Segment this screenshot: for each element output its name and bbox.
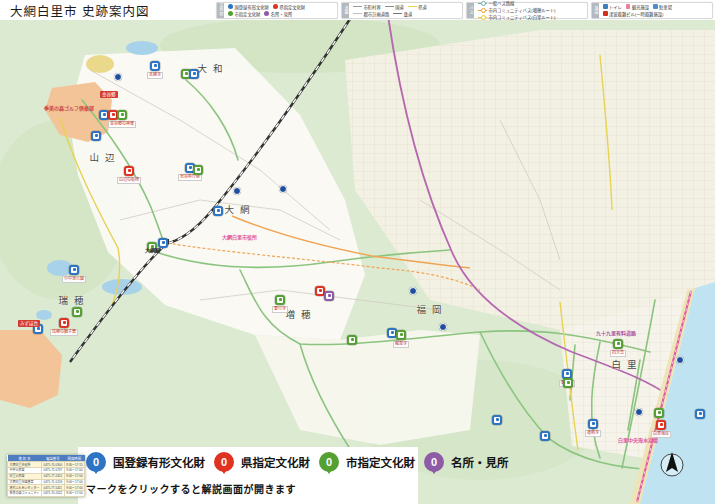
- map-marker[interactable]: [695, 409, 705, 419]
- map-marker[interactable]: [324, 291, 334, 301]
- marker-glyph-icon: [658, 411, 661, 414]
- facility-swatch-icon: [603, 4, 608, 9]
- marker-glyph-icon: [319, 289, 322, 292]
- legend-group-body: 国登録有形文化財県指定文化財市指定文化財名所・見所: [224, 3, 337, 18]
- marker-glyph-icon: [391, 331, 394, 334]
- legend-item-label: 一般バス路線: [489, 0, 515, 6]
- legend-item: 市町村界: [353, 4, 381, 10]
- legend-item-label: 市内コミュニティバス(白里ルート): [489, 14, 556, 20]
- line-swatch-icon: [478, 3, 487, 4]
- marker-glyph-icon: [496, 418, 499, 421]
- legend-group-body: 一般バス路線市内コミュニティバス(増穂ルート)市内コミュニティバス(白里ルート): [474, 3, 587, 18]
- legend-item: 津波避難ビル(一時避難施設): [603, 11, 663, 17]
- map-marker[interactable]: [158, 238, 168, 248]
- map-marker[interactable]: [492, 415, 502, 425]
- map-marker[interactable]: [635, 408, 643, 416]
- map-marker[interactable]: [563, 378, 573, 388]
- marker-glyph-icon: [660, 423, 663, 426]
- map-marker[interactable]: [275, 295, 285, 305]
- marker-glyph-icon: [121, 113, 124, 116]
- legend-item-label: トイレ: [609, 4, 622, 10]
- line-swatch-icon: [385, 6, 394, 7]
- map-marker[interactable]: [409, 287, 417, 295]
- legend-item-label: 市町村界: [364, 4, 381, 10]
- bottom-legend: 0国登録有形文化財0県指定文化財0市指定文化財0名所・見所 マークをクリックする…: [78, 447, 418, 504]
- map-marker[interactable]: [439, 323, 447, 331]
- map-marker[interactable]: [676, 356, 684, 364]
- map-marker[interactable]: [150, 61, 160, 71]
- category-pin-icon[interactable]: 0: [214, 452, 234, 472]
- base-map[interactable]: [0, 0, 715, 504]
- category-pin-icon[interactable]: 0: [86, 452, 106, 472]
- legend-group-body: トイレ観光施設駐車場津波避難ビル(一時避難施設): [599, 3, 712, 18]
- marker-glyph-icon: [103, 113, 106, 116]
- facility-swatch-icon: [603, 11, 608, 16]
- marker-glyph-icon: [279, 298, 282, 301]
- map-marker[interactable]: [656, 420, 666, 430]
- map-marker[interactable]: [213, 206, 223, 216]
- map-marker[interactable]: [91, 131, 101, 141]
- legend-item-label: 県指定文化財: [279, 4, 305, 10]
- table-header: 施 設 名: [8, 455, 42, 462]
- map-marker[interactable]: [588, 419, 598, 429]
- map-marker[interactable]: [147, 242, 157, 252]
- category-label: 県指定文化財: [241, 454, 310, 470]
- legend-item: 一般バス路線: [478, 0, 514, 6]
- legend-group-tab: 文化財: [217, 3, 224, 18]
- marker-glyph-icon: [37, 327, 40, 330]
- legend-item: 国道: [385, 4, 404, 10]
- map-marker[interactable]: [72, 307, 82, 317]
- map-marker[interactable]: [193, 165, 203, 175]
- map-marker[interactable]: [59, 318, 69, 328]
- header: 大網白里市 史跡案内図 文化財国登録有形文化財県指定文化財市指定文化財名所・見所…: [0, 0, 715, 20]
- map-marker[interactable]: [279, 185, 287, 193]
- map-marker[interactable]: [613, 339, 623, 349]
- pin-swatch-icon: [273, 4, 278, 9]
- legend-group: バス一般バス路線市内コミュニティバス(増穂ルート)市内コミュニティバス(白里ルー…: [466, 2, 588, 19]
- marker-glyph-icon: [151, 245, 154, 248]
- legend-item-label: 国道: [395, 4, 404, 10]
- marker-glyph-icon: [162, 241, 165, 244]
- marker-glyph-icon: [592, 422, 595, 425]
- legend-item: 県道: [408, 4, 427, 10]
- legend-item-label: 市内コミュニティバス(増穂ルート): [489, 7, 556, 13]
- marker-glyph-icon: [699, 412, 702, 415]
- category-pin-icon[interactable]: 0: [319, 452, 339, 472]
- legend-item-label: 都市計画道路: [364, 11, 390, 17]
- top-legend-bar: 文化財国登録有形文化財県指定文化財市指定文化財名所・見所道路市町村界国道県道都市…: [216, 2, 713, 19]
- legend-group-tab: バス: [467, 3, 474, 18]
- map-marker[interactable]: [189, 69, 199, 79]
- marker-glyph-icon: [351, 338, 354, 341]
- map-marker[interactable]: [124, 166, 134, 176]
- map-marker[interactable]: [69, 265, 79, 275]
- category-pin-icon[interactable]: 0: [424, 452, 444, 472]
- map-marker[interactable]: [233, 187, 241, 195]
- map-marker[interactable]: [117, 110, 127, 120]
- map-marker[interactable]: [347, 335, 357, 345]
- legend-pin-group: 0国登録有形文化財: [86, 452, 205, 472]
- legend-item: 都市計画道路: [353, 11, 389, 17]
- legend-item: 市指定文化財: [228, 11, 260, 17]
- facility-swatch-icon: [626, 4, 631, 9]
- legend-item-label: 鉄道: [404, 11, 413, 17]
- map-marker[interactable]: [540, 431, 550, 441]
- map-marker[interactable]: [114, 73, 122, 81]
- marker-glyph-icon: [185, 72, 188, 75]
- legend-group-tab: 道路: [342, 3, 349, 18]
- line-swatch-icon: [353, 6, 362, 7]
- marker-glyph-icon: [617, 342, 620, 345]
- legend-item: 鉄道: [393, 11, 412, 17]
- line-swatch-icon: [478, 17, 487, 18]
- table-header: 電話番号: [42, 455, 65, 462]
- map-marker[interactable]: [654, 408, 664, 418]
- marker-glyph-icon: [328, 294, 331, 297]
- legend-item: 県指定文化財: [273, 4, 305, 10]
- page-title: 大網白里市 史跡案内図: [10, 1, 149, 20]
- marker-glyph-icon: [566, 372, 569, 375]
- legend-item-label: 名所・見所: [271, 11, 292, 17]
- map-marker[interactable]: [396, 330, 406, 340]
- marker-glyph-icon: [217, 209, 220, 212]
- map-marker[interactable]: [33, 324, 43, 334]
- legend-item: 名所・見所: [264, 11, 292, 17]
- legend-group: 道路市町村界国道県道都市計画道路鉄道: [341, 2, 463, 19]
